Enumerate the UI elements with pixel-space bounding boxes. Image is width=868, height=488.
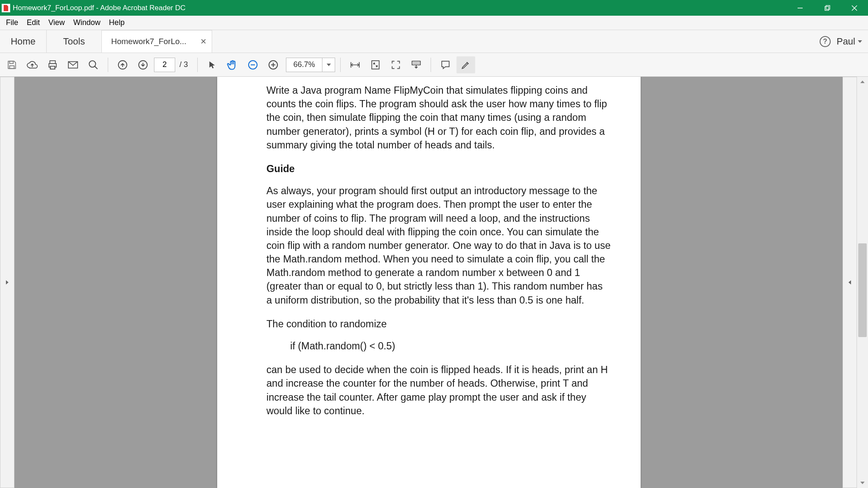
tab-document-label: Homework7_ForLo... <box>111 37 186 46</box>
user-menu[interactable]: Paul <box>834 36 865 47</box>
maximize-button[interactable] <box>814 0 841 16</box>
zoom-out-icon[interactable] <box>244 56 262 73</box>
separator <box>108 58 108 72</box>
svg-rect-8 <box>50 66 55 69</box>
app-icon <box>2 4 10 12</box>
tab-home[interactable]: Home <box>0 30 47 53</box>
minimize-button[interactable] <box>787 0 814 16</box>
scroll-up-icon[interactable] <box>857 77 868 87</box>
menu-edit[interactable]: Edit <box>22 18 44 27</box>
fullscreen-icon[interactable] <box>386 56 405 73</box>
scroll-track[interactable] <box>857 87 868 478</box>
svg-rect-7 <box>50 61 56 64</box>
svg-rect-2 <box>826 6 830 9</box>
tab-strip: Home Tools Homework7_ForLo... ✕ ? Paul <box>0 30 868 53</box>
code-line: if (Math.random() < 0.5) <box>266 339 611 353</box>
paragraph: As always, your program should first out… <box>266 184 611 307</box>
menu-window[interactable]: Window <box>69 18 105 27</box>
help-icon[interactable]: ? <box>820 36 831 47</box>
search-icon[interactable] <box>84 56 103 73</box>
highlight-icon[interactable] <box>456 56 475 73</box>
save-icon[interactable] <box>3 56 21 73</box>
left-panel-toggle[interactable] <box>0 77 14 488</box>
mail-icon[interactable] <box>64 56 82 73</box>
user-name: Paul <box>837 36 855 47</box>
title-bar: Homework7_ForLoop.pdf - Adobe Acrobat Re… <box>0 0 868 16</box>
svg-rect-5 <box>10 61 14 63</box>
paragraph: Write a Java program Name FlipMyCoin tha… <box>266 84 611 152</box>
separator <box>431 58 431 72</box>
menu-bar: File Edit View Window Help <box>0 16 868 30</box>
svg-rect-6 <box>10 66 14 69</box>
zoom-select[interactable]: 66.7% <box>286 58 335 72</box>
paragraph: can be used to decide when the coin is f… <box>266 363 611 418</box>
toolbar: / 3 66.7% <box>0 53 868 77</box>
separator <box>197 58 198 72</box>
separator <box>340 58 341 72</box>
document-area: Write a Java program Name FlipMyCoin tha… <box>0 77 868 488</box>
tab-close-icon[interactable]: ✕ <box>200 37 207 46</box>
window-title: Homework7_ForLoop.pdf - Adobe Acrobat Re… <box>13 4 185 12</box>
fit-page-icon[interactable] <box>366 56 385 73</box>
zoom-value: 66.7% <box>286 60 322 69</box>
tab-tools[interactable]: Tools <box>47 30 102 53</box>
hand-tool-icon[interactable] <box>223 56 242 73</box>
paragraph: The condition to randomize <box>266 317 611 331</box>
close-button[interactable] <box>841 0 868 16</box>
heading-guide: Guide <box>266 162 611 176</box>
read-mode-icon[interactable] <box>407 56 426 73</box>
scroll-thumb[interactable] <box>858 243 867 337</box>
svg-line-11 <box>95 66 98 69</box>
upload-cloud-icon[interactable] <box>23 56 42 73</box>
fit-width-icon[interactable] <box>346 56 364 73</box>
tab-right-group: ? Paul <box>820 30 865 53</box>
menu-file[interactable]: File <box>2 18 22 27</box>
svg-point-10 <box>89 61 95 67</box>
next-page-icon[interactable] <box>134 56 152 73</box>
vertical-scrollbar[interactable] <box>857 77 868 488</box>
svg-rect-1 <box>825 6 829 10</box>
window-controls <box>787 0 868 16</box>
page-number-input[interactable] <box>154 58 175 72</box>
print-icon[interactable] <box>43 56 62 73</box>
zoom-in-icon[interactable] <box>264 56 283 73</box>
tab-document[interactable]: Homework7_ForLo... ✕ <box>102 30 212 53</box>
menu-help[interactable]: Help <box>105 18 129 27</box>
comment-icon[interactable] <box>436 56 455 73</box>
page-total: / 3 <box>177 60 192 69</box>
zoom-caret-icon[interactable] <box>322 58 335 72</box>
scroll-down-icon[interactable] <box>857 478 868 488</box>
prev-page-icon[interactable] <box>113 56 132 73</box>
right-panel-toggle[interactable] <box>843 77 857 488</box>
caret-down-icon <box>858 40 862 43</box>
page-content: Write a Java program Name FlipMyCoin tha… <box>217 77 641 488</box>
menu-view[interactable]: View <box>44 18 69 27</box>
svg-rect-19 <box>372 61 379 69</box>
select-tool-icon[interactable] <box>203 56 221 73</box>
